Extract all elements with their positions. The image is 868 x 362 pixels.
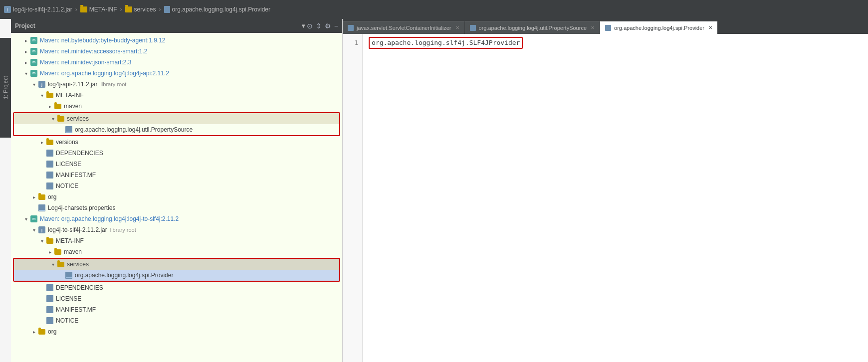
folder-icon-org-2: [38, 328, 46, 336]
label-log4j-to-slf4j-jar: log4j-to-slf4j-2.11.2.jar: [48, 226, 107, 233]
label-license-1: LICENSE: [56, 161, 81, 168]
line-numbers: 1: [343, 34, 363, 362]
tree-item-services-2[interactable]: services: [14, 259, 339, 270]
tree-item-accessors[interactable]: m Maven: net.minidev:accessors-smart:1.2: [11, 46, 342, 57]
arrow-maven-1: [47, 103, 53, 109]
tree-item-metainf-2[interactable]: META-INF: [11, 235, 342, 246]
label-log4j-to-slf4j: Maven: org.apache.logging.log4j:log4j-to…: [40, 215, 179, 222]
tree-item-license-2[interactable]: LICENSE: [11, 293, 342, 304]
label-json: Maven: net.minidev:json-smart:2.3: [40, 59, 131, 66]
tab-icon-servlet: [348, 25, 354, 31]
tree-item-manifest-1[interactable]: MANIFEST.MF: [11, 170, 342, 181]
label-log4j-api-jar-secondary: library root: [100, 81, 126, 87]
arrow-log4j-api-jar: [31, 81, 37, 87]
label-services-1: services: [67, 115, 89, 122]
folder-icon-maven-1: [54, 102, 62, 110]
breadcrumb-sep-3: ›: [159, 6, 161, 13]
expand-icon[interactable]: ⇕: [316, 22, 322, 30]
tree-container: m Maven: net.bytebuddy:byte-buddy-agent:…: [11, 33, 342, 362]
title-bar: j log4j-to-slf4j-2.11.2.jar › META-INF ›…: [0, 0, 868, 19]
tree-item-log4j-to-slf4j-jar[interactable]: j log4j-to-slf4j-2.11.2.jar library root: [11, 224, 342, 235]
folder-icon-title: [80, 6, 87, 12]
minimize-icon[interactable]: −: [334, 22, 338, 30]
arrow-bytebuddy: [23, 37, 29, 43]
tree-item-charsets[interactable]: Log4j-charsets.properties: [11, 202, 342, 213]
tree-item-property-source[interactable]: org.apache.logging.log4j.util.PropertySo…: [14, 124, 339, 135]
arrow-services-2: [50, 261, 56, 267]
code-area[interactable]: org.apache.logging.slf4j.SLF4JProvider: [363, 34, 868, 362]
tab-icon-spi-provider: [605, 25, 611, 31]
panel-dropdown[interactable]: ▾: [302, 22, 305, 29]
tree-item-org-2[interactable]: org: [11, 326, 342, 337]
panel-title: Project: [15, 22, 300, 29]
tree-item-license-1[interactable]: LICENSE: [11, 159, 342, 170]
label-deps-1: DEPENDENCIES: [56, 150, 103, 157]
tree-item-metainf-1[interactable]: META-INF: [11, 90, 342, 101]
tree-item-deps-1[interactable]: DEPENDENCIES: [11, 148, 342, 159]
arrow-versions-1: [39, 139, 45, 145]
settings-icon[interactable]: ⚙: [325, 22, 331, 30]
arrow-json: [23, 59, 29, 65]
label-metainf-2: META-INF: [56, 237, 84, 244]
tab-icon-property-source: [470, 25, 476, 31]
arrow-log4j-to-slf4j: [23, 216, 29, 222]
arrow-services-1: [50, 116, 56, 122]
tab-close-spi-provider[interactable]: ✕: [708, 25, 712, 30]
sync-icon[interactable]: ⊙: [307, 22, 313, 30]
label-manifest-1: MANIFEST.MF: [56, 172, 96, 179]
label-log4j-api-jar: log4j-api-2.11.2.jar: [48, 81, 97, 88]
manifest-icon-deps-1: [46, 149, 54, 157]
line-num-1: 1: [343, 38, 362, 48]
tree-item-log4j-to-slf4j[interactable]: m Maven: org.apache.logging.log4j:log4j-…: [11, 213, 342, 224]
jar-icon-log4j-api: j: [38, 80, 46, 88]
file-icon-title: [164, 6, 170, 13]
tree-item-maven-1[interactable]: maven: [11, 101, 342, 112]
arrow-log4j-api: [23, 70, 29, 76]
code-line-1: org.apache.logging.slf4j.SLF4JProvider: [369, 38, 862, 48]
label-property-source: org.apache.logging.log4j.util.PropertySo…: [75, 126, 193, 133]
tree-item-versions-1[interactable]: versions: [11, 137, 342, 148]
service-icon-property-source: [65, 126, 73, 134]
tree-item-manifest-2[interactable]: MANIFEST.MF: [11, 304, 342, 315]
tab-label-spi-provider: org.apache.logging.log4j.spi.Provider: [614, 25, 704, 31]
tab-close-property-source[interactable]: ✕: [591, 25, 595, 30]
project-vertical-tab[interactable]: 1: Project: [0, 38, 11, 138]
breadcrumb-sep-2: ›: [120, 6, 122, 13]
tree-item-json[interactable]: m Maven: net.minidev:json-smart:2.3: [11, 57, 342, 68]
tab-spi-provider[interactable]: org.apache.logging.log4j.spi.Provider ✕: [600, 21, 718, 34]
tree-item-log4j-api-jar[interactable]: j log4j-api-2.11.2.jar library root: [11, 79, 342, 90]
tab-servlet[interactable]: javax.servlet.ServletContainerInitialize…: [343, 21, 465, 34]
tree-item-notice-1[interactable]: NOTICE: [11, 181, 342, 191]
service-icon-charsets: [38, 204, 46, 212]
panel-header: Project ▾ ⊙ ⇕ ⚙ −: [11, 19, 342, 33]
label-notice-1: NOTICE: [56, 182, 78, 189]
folder-icon-versions-1: [46, 138, 54, 146]
tree-item-spi-provider[interactable]: org.apache.logging.log4j.spi.Provider: [14, 270, 339, 281]
tab-label-property-source: org.apache.logging.log4j.util.PropertySo…: [479, 25, 587, 31]
jar-icon: j: [4, 6, 11, 13]
tree-item-deps-2[interactable]: DEPENDENCIES: [11, 282, 342, 293]
label-manifest-2: MANIFEST.MF: [56, 306, 96, 313]
tree-item-services-1[interactable]: services: [14, 113, 339, 124]
label-notice-2: NOTICE: [56, 317, 78, 324]
title-meta-inf: META-INF: [80, 6, 117, 13]
tree-item-notice-2[interactable]: NOTICE: [11, 315, 342, 326]
tab-label-servlet: javax.servlet.ServletContainerInitialize…: [357, 25, 451, 31]
arrow-metainf-2: [39, 238, 45, 244]
tree-item-log4j-api[interactable]: m Maven: org.apache.logging.log4j:log4j-…: [11, 68, 342, 79]
label-accessors: Maven: net.minidev:accessors-smart:1.2: [40, 48, 147, 55]
tab-close-servlet[interactable]: ✕: [455, 25, 459, 30]
tree-item-org-1[interactable]: org: [11, 191, 342, 202]
label-maven-1: maven: [64, 103, 82, 110]
project-panel: Project ▾ ⊙ ⇕ ⚙ − m Maven: net.bytebuddy…: [11, 19, 343, 362]
maven-icon-log4j-api: m: [30, 69, 38, 77]
panel-header-icons: ⊙ ⇕ ⚙ −: [307, 22, 338, 30]
maven-icon-accessors: m: [30, 47, 38, 55]
tree-item-bytebuddy[interactable]: m Maven: net.bytebuddy:byte-buddy-agent:…: [11, 35, 342, 46]
tab-property-source[interactable]: org.apache.logging.log4j.util.PropertySo…: [465, 21, 600, 34]
manifest-icon-license-1: [46, 160, 54, 168]
tree-item-maven-2[interactable]: maven: [11, 246, 342, 257]
main-area: 1: Project Project ▾ ⊙ ⇕ ⚙ − m Maven: ne…: [0, 19, 868, 362]
jar-icon-log4j-to-slf4j: j: [38, 226, 46, 234]
manifest-icon-manifest-2: [46, 306, 54, 314]
